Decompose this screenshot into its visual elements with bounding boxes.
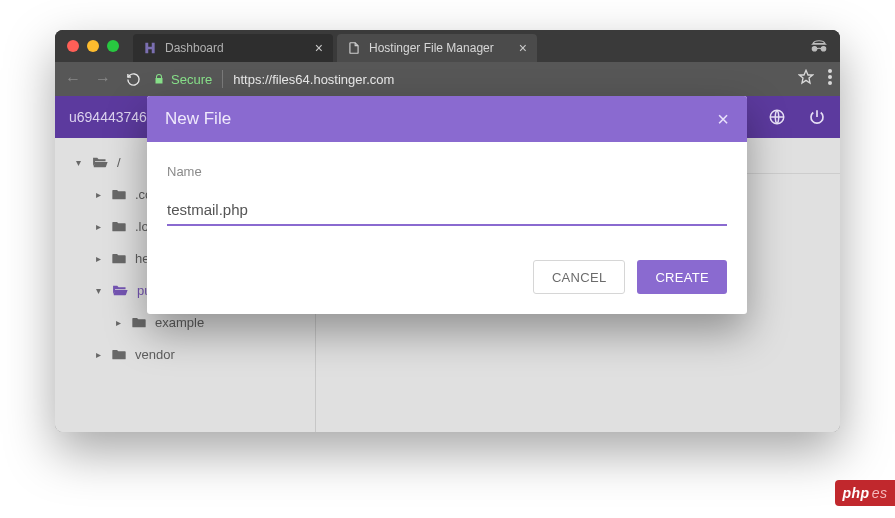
- browser-menu-icon[interactable]: [828, 69, 832, 89]
- new-file-modal: New File × Name CANCEL CREATE: [147, 96, 747, 314]
- secure-label: Secure: [171, 72, 212, 87]
- create-button[interactable]: CREATE: [637, 260, 727, 294]
- tab-label: Hostinger File Manager: [369, 41, 494, 55]
- modal-title: New File: [165, 109, 231, 129]
- reload-button[interactable]: [123, 72, 143, 87]
- svg-point-3: [828, 75, 832, 79]
- close-icon[interactable]: ×: [315, 40, 323, 56]
- titlebar: Dashboard × Hostinger File Manager ×: [55, 30, 840, 62]
- close-icon[interactable]: ×: [717, 108, 729, 131]
- minimize-window-button[interactable]: [87, 40, 99, 52]
- tab-dashboard[interactable]: Dashboard ×: [133, 34, 333, 62]
- tab-label: Dashboard: [165, 41, 224, 55]
- file-manager-app: u694443746 › public_html ▾/▸.co▸.log▸hel…: [55, 96, 840, 432]
- divider: [222, 70, 223, 88]
- browser-tabs: Dashboard × Hostinger File Manager ×: [133, 30, 840, 62]
- modal-header: New File ×: [147, 96, 747, 142]
- close-icon[interactable]: ×: [519, 40, 527, 56]
- document-icon: [347, 41, 361, 55]
- window-controls: [67, 40, 119, 52]
- back-button[interactable]: ←: [63, 70, 83, 88]
- url-display[interactable]: https://files64.hostinger.com: [233, 72, 394, 87]
- browser-window: Dashboard × Hostinger File Manager × ← →…: [55, 30, 840, 432]
- lock-icon: [153, 72, 165, 86]
- close-window-button[interactable]: [67, 40, 79, 52]
- svg-point-0: [812, 47, 817, 52]
- svg-point-2: [828, 69, 832, 73]
- forward-button[interactable]: →: [93, 70, 113, 88]
- secure-indicator[interactable]: Secure: [153, 72, 212, 87]
- filename-input[interactable]: [167, 197, 727, 226]
- globe-icon[interactable]: [768, 108, 786, 126]
- cancel-button[interactable]: CANCEL: [533, 260, 626, 294]
- url-text: https://files64.hostinger.com: [233, 72, 394, 87]
- bookmark-star-icon[interactable]: [798, 69, 814, 89]
- address-bar: ← → Secure https://files64.hostinger.com: [55, 62, 840, 96]
- tab-file-manager[interactable]: Hostinger File Manager ×: [337, 34, 537, 62]
- incognito-icon: [810, 38, 828, 56]
- field-label: Name: [167, 164, 727, 179]
- h-logo-icon: [143, 41, 157, 55]
- breadcrumb-account[interactable]: u694443746: [69, 109, 147, 125]
- watermark-badge: phpes: [835, 480, 895, 506]
- svg-point-1: [821, 47, 826, 52]
- power-icon[interactable]: [808, 108, 826, 126]
- svg-point-4: [828, 81, 832, 85]
- maximize-window-button[interactable]: [107, 40, 119, 52]
